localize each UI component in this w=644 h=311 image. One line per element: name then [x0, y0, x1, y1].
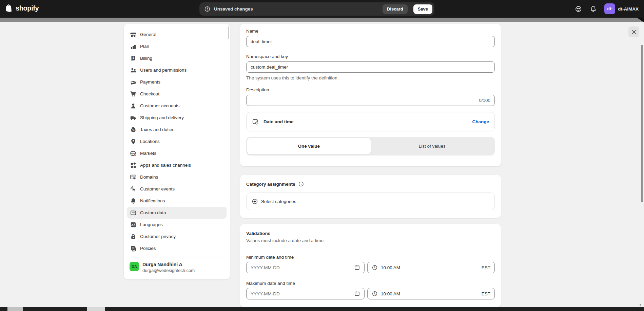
- sidebar-item-label: Locations: [140, 139, 160, 144]
- close-settings-button[interactable]: [628, 26, 639, 37]
- shopify-logo[interactable]: shopify: [5, 4, 39, 13]
- min-time-value: 10:00 AM: [381, 265, 400, 270]
- sidebar-item-languages[interactable]: Languages: [127, 219, 227, 231]
- sidebar-item-payments[interactable]: Payments: [127, 76, 227, 88]
- settings-sidebar: General Plan Billing Users and permissio…: [124, 24, 230, 279]
- page-scrollbar-thumb[interactable]: [641, 45, 643, 202]
- category-assignments-title: Category assignments: [246, 182, 295, 187]
- metafield-type-label: Date and time: [264, 119, 294, 124]
- validations-card: Validations Values must include a date a…: [240, 224, 501, 307]
- sidebar-item-label: Billing: [140, 56, 152, 61]
- sidebar-item-policies[interactable]: Policies: [127, 242, 227, 254]
- sidebar-item-label: Payments: [140, 79, 160, 85]
- shopify-wordmark: shopify: [16, 4, 39, 12]
- calendar-icon: [354, 291, 360, 297]
- sidebar-item-label: General: [140, 32, 156, 37]
- description-input[interactable]: [246, 95, 495, 106]
- max-time-value: 10:00 AM: [381, 291, 400, 296]
- metafield-type-row: Date and time Change: [246, 112, 495, 131]
- store-avatar: dt-: [604, 3, 615, 14]
- taskbar-segment: [87, 307, 105, 311]
- close-icon: [631, 29, 637, 35]
- settings-modal-area: General Plan Billing Users and permissio…: [0, 22, 644, 307]
- sidebar-item-label: Customer events: [140, 186, 175, 191]
- sidebar-item-label: Taxes and duties: [140, 127, 174, 132]
- definition-card: Name Namespace and key The system uses t…: [240, 24, 501, 166]
- sidebar-item-label: Domains: [140, 175, 158, 180]
- sidebar-item-shipping-and-delivery[interactable]: Shipping and delivery: [127, 112, 227, 124]
- sidebar-item-custom-data[interactable]: Custom data: [127, 207, 227, 219]
- topbar: shopify Unsaved changes Discard Save dt-…: [0, 0, 644, 18]
- min-date-field[interactable]: [246, 262, 365, 273]
- one-value-tab[interactable]: One value: [247, 138, 371, 154]
- min-timezone: EST: [482, 265, 490, 270]
- sidebar-item-customer-accounts[interactable]: Customer accounts: [127, 100, 227, 112]
- max-time-field[interactable]: 10:00 AM EST: [367, 288, 495, 299]
- max-timezone: EST: [482, 291, 490, 296]
- description-label: Description: [246, 87, 495, 92]
- sidebar-item-label: Shipping and delivery: [140, 115, 184, 120]
- sidebar-item-notifications[interactable]: Notifications: [127, 195, 227, 207]
- min-date-input[interactable]: [251, 265, 351, 270]
- calendar-icon: [354, 264, 360, 271]
- min-time-field[interactable]: 10:00 AM EST: [367, 262, 495, 273]
- discard-button[interactable]: Discard: [383, 4, 408, 14]
- max-date-label: Maximum date and time: [246, 281, 495, 286]
- sidekick-icon: [575, 5, 582, 13]
- sidebar-item-label: Apps and sales channels: [140, 163, 191, 168]
- validations-subtitle: Values must include a date and a time.: [246, 238, 495, 243]
- topbar-right: dt- dt-AIMAX: [572, 0, 641, 18]
- sidebar-item-customer-events[interactable]: Customer events: [127, 183, 227, 195]
- plus-circle-icon: [252, 198, 258, 205]
- sidebar-item-general[interactable]: General: [127, 29, 227, 40]
- max-date-field[interactable]: [246, 288, 365, 299]
- cardinality-toggle: One value List of values: [246, 137, 495, 156]
- sidebar-item-customer-privacy[interactable]: Customer privacy: [127, 231, 227, 242]
- sidebar-item-label: Checkout: [140, 91, 159, 96]
- sidebar-item-plan[interactable]: Plan: [127, 40, 227, 52]
- sidebar-item-label: Custom data: [140, 210, 166, 215]
- sidebar-scrollbar[interactable]: [228, 26, 229, 39]
- save-button[interactable]: Save: [413, 4, 432, 14]
- user-email: durga@wedesigntech.com: [142, 268, 195, 273]
- info-icon[interactable]: [298, 181, 304, 187]
- user-section: DA Durga Nandhini A durga@wedesigntech.c…: [124, 257, 230, 273]
- notifications-button[interactable]: [587, 3, 599, 15]
- sidebar-item-label: Plan: [140, 44, 149, 49]
- list-of-values-tab[interactable]: List of values: [371, 138, 494, 154]
- user-avatar: DA: [130, 262, 139, 271]
- sidebar-item-label: Markets: [140, 151, 156, 156]
- alert-circle-icon: [204, 6, 211, 12]
- namespace-help-text: The system uses this to identify the def…: [246, 75, 495, 80]
- namespace-label: Namespace and key: [246, 54, 495, 59]
- description-field: 0/100: [246, 95, 495, 106]
- min-date-label: Minimum date and time: [246, 255, 495, 260]
- date-time-icon: [252, 118, 259, 125]
- category-assignments-card: Category assignments Select categories: [240, 175, 501, 218]
- taskbar-segment: [7, 307, 23, 311]
- select-categories-button[interactable]: Select categories: [246, 193, 495, 210]
- name-input[interactable]: [246, 36, 495, 47]
- change-type-link[interactable]: Change: [472, 119, 489, 124]
- scrollbar-down-arrow[interactable]: ▼: [639, 304, 642, 307]
- sidebar-item-billing[interactable]: Billing: [127, 52, 227, 64]
- sidebar-item-apps-and-sales-channels[interactable]: Apps and sales channels: [127, 159, 227, 171]
- sidebar-item-taxes-and-duties[interactable]: Taxes and duties: [127, 124, 227, 135]
- unsaved-changes-bar: Unsaved changes Discard Save: [199, 2, 434, 16]
- namespace-key-input[interactable]: [246, 61, 495, 73]
- settings-nav: General Plan Billing Users and permissio…: [124, 24, 230, 254]
- store-menu[interactable]: dt- dt-AIMAX: [602, 2, 641, 16]
- max-date-input[interactable]: [251, 291, 351, 296]
- clock-icon: [372, 291, 378, 297]
- sidebar-item-users-and-permissions[interactable]: Users and permissions: [127, 64, 227, 76]
- shopify-bag-icon: [5, 4, 14, 13]
- validations-title: Validations: [246, 231, 270, 236]
- sidebar-item-checkout[interactable]: Checkout: [127, 88, 227, 100]
- mouse-cursor: [637, 18, 644, 22]
- dimmed-backdrop-top: [0, 18, 644, 22]
- sidebar-item-locations[interactable]: Locations: [127, 135, 227, 147]
- sidebar-item-domains[interactable]: Domains: [127, 171, 227, 183]
- sidekick-button[interactable]: [572, 3, 584, 15]
- sidebar-item-label: Users and permissions: [140, 68, 187, 73]
- sidebar-item-markets[interactable]: Markets: [127, 147, 227, 159]
